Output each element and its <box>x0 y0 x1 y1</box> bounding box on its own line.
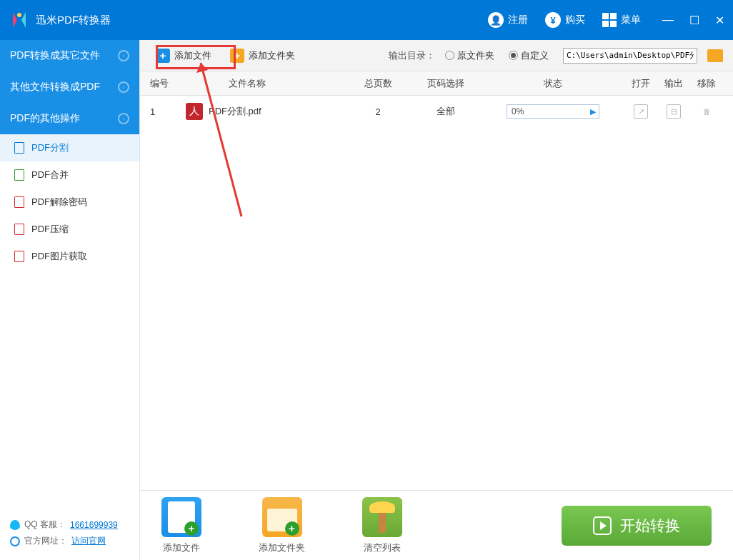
toolbar: + 添加文件 + 添加文件夹 输出目录： 原文件夹 自定义 <box>140 40 733 71</box>
table-row[interactable]: 1 PDF分割.pdf 2 全部 0% ▶ ↗ ⊟ 🗑 <box>140 96 733 127</box>
big-btn-label: 添加文件 <box>163 541 200 554</box>
pdf-file-icon <box>186 103 203 120</box>
sidebar-category-convert-from[interactable]: 其他文件转换成PDF › <box>0 71 139 103</box>
output-button[interactable]: ⊟ <box>667 104 681 119</box>
radio-custom-folder[interactable]: 自定义 <box>509 49 549 62</box>
row-pages: 2 <box>346 106 410 117</box>
site-label: 官方网址： <box>24 535 67 547</box>
progress-text: 0% <box>507 106 524 116</box>
sidebar-footer: QQ 客服： 1661699939 官方网址： 访问官网 <box>0 510 139 560</box>
output-path-input[interactable] <box>563 48 697 64</box>
sidebar-item-label: PDF分割 <box>31 141 69 154</box>
radio-original-folder[interactable]: 原文件夹 <box>445 49 494 62</box>
bottom-clear-button[interactable]: 清空列表 <box>362 497 402 554</box>
plus-icon: + <box>230 49 244 63</box>
register-button[interactable]: 👤 注册 <box>479 0 537 40</box>
add-folder-button[interactable]: + 添加文件夹 <box>224 46 301 66</box>
add-file-icon <box>161 497 201 537</box>
app-logo <box>9 9 30 31</box>
play-icon: ▶ <box>586 107 596 116</box>
sidebar: PDF转换成其它文件 › 其他文件转换成PDF › PDF的其他操作 › PDF… <box>0 40 140 560</box>
maximize-button[interactable]: ☐ <box>689 14 699 27</box>
category-label: 其他文件转换成PDF <box>10 81 100 94</box>
sidebar-category-convert-to[interactable]: PDF转换成其它文件 › <box>0 40 139 71</box>
table-header: 编号 文件名称 总页数 页码选择 状态 打开 输出 移除 <box>140 71 733 96</box>
radio-label: 原文件夹 <box>457 49 494 62</box>
sidebar-item-label: PDF合并 <box>31 169 69 181</box>
main-area: + 添加文件 + 添加文件夹 输出目录： 原文件夹 自定义 编号 文件名称 <box>140 40 733 560</box>
radio-label: 自定义 <box>521 49 549 62</box>
grid-icon <box>602 13 617 27</box>
browser-icon <box>10 536 20 546</box>
col-head-range: 页码选择 <box>410 77 482 90</box>
start-convert-button[interactable]: 开始转换 <box>562 506 712 546</box>
menu-label: 菜单 <box>621 14 641 26</box>
sidebar-item-label: PDF图片获取 <box>31 250 87 263</box>
user-icon: 👤 <box>488 12 504 28</box>
open-button[interactable]: ↗ <box>634 104 648 119</box>
col-head-status: 状态 <box>482 77 624 90</box>
sidebar-item-compress[interactable]: PDF压缩 <box>0 216 139 243</box>
chevron-right-icon: › <box>118 113 129 124</box>
qq-icon <box>10 520 20 530</box>
add-file-label: 添加文件 <box>174 49 211 62</box>
play-icon <box>593 516 612 535</box>
app-title: 迅米PDF转换器 <box>36 14 479 27</box>
sidebar-category-other-ops[interactable]: PDF的其他操作 › <box>0 103 139 134</box>
qq-label: QQ 客服： <box>24 519 66 531</box>
chevron-right-icon: › <box>118 50 129 61</box>
col-head-pages: 总页数 <box>346 77 410 90</box>
start-label: 开始转换 <box>620 516 680 536</box>
col-head-open: 打开 <box>624 77 657 90</box>
menu-button[interactable]: 菜单 <box>594 0 649 40</box>
sidebar-item-unlock[interactable]: PDF解除密码 <box>0 189 139 216</box>
progress-bar[interactable]: 0% ▶ <box>507 104 599 119</box>
radio-icon <box>509 51 518 60</box>
pdf-icon <box>14 251 24 262</box>
sidebar-item-extract-images[interactable]: PDF图片获取 <box>0 243 139 270</box>
official-site-link[interactable]: 访问官网 <box>71 535 106 547</box>
qq-number-link[interactable]: 1661699939 <box>70 520 118 530</box>
pdf-icon <box>14 169 24 181</box>
col-head-out: 输出 <box>657 77 690 90</box>
add-file-button[interactable]: + 添加文件 <box>150 46 217 66</box>
bottom-add-file-button[interactable]: 添加文件 <box>161 497 201 554</box>
buy-label: 购买 <box>565 14 585 26</box>
sidebar-item-label: PDF压缩 <box>31 223 69 236</box>
row-range[interactable]: 全部 <box>410 105 482 118</box>
radio-icon <box>445 51 454 60</box>
sidebar-item-label: PDF解除密码 <box>31 196 87 209</box>
bottom-bar: 添加文件 添加文件夹 清空列表 开始转换 <box>140 490 733 560</box>
broom-icon <box>362 497 402 537</box>
pdf-icon <box>14 196 24 208</box>
pdf-icon <box>14 224 24 235</box>
close-button[interactable]: ✕ <box>715 14 724 27</box>
col-head-del: 移除 <box>690 77 723 90</box>
category-label: PDF的其他操作 <box>10 112 80 125</box>
svg-point-0 <box>17 13 21 17</box>
add-folder-icon <box>262 497 302 537</box>
bottom-add-folder-button[interactable]: 添加文件夹 <box>259 497 305 554</box>
chevron-right-icon: › <box>118 81 129 93</box>
sidebar-item-merge[interactable]: PDF合并 <box>0 161 139 189</box>
yen-icon: ¥ <box>545 12 561 28</box>
titlebar: 迅米PDF转换器 👤 注册 ¥ 购买 菜单 — ☐ ✕ <box>0 0 733 40</box>
add-folder-label: 添加文件夹 <box>249 49 295 62</box>
sidebar-item-split[interactable]: PDF分割 <box>0 134 139 161</box>
browse-folder-button[interactable] <box>707 49 723 62</box>
delete-button[interactable]: 🗑 <box>699 104 714 119</box>
col-head-name: 文件名称 <box>179 77 346 90</box>
plus-icon: + <box>156 49 170 63</box>
window-controls: — ☐ ✕ <box>662 14 724 27</box>
row-num: 1 <box>150 106 179 117</box>
big-btn-label: 添加文件夹 <box>259 541 305 554</box>
category-label: PDF转换成其它文件 <box>10 49 100 62</box>
big-btn-label: 清空列表 <box>364 541 401 554</box>
output-dir-label: 输出目录： <box>389 49 435 62</box>
file-name: PDF分割.pdf <box>209 105 261 118</box>
pdf-icon <box>14 142 24 154</box>
buy-button[interactable]: ¥ 购买 <box>537 0 594 40</box>
col-head-num: 编号 <box>150 77 179 90</box>
minimize-button[interactable]: — <box>662 14 674 26</box>
register-label: 注册 <box>508 14 528 26</box>
